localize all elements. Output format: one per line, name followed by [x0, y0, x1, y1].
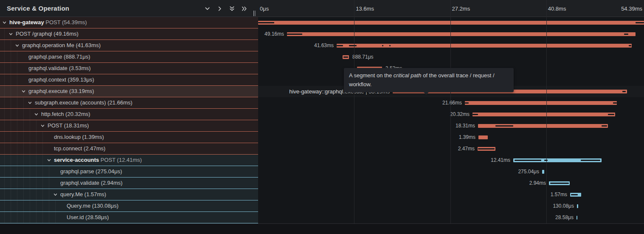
chevron-down-icon[interactable]: [15, 43, 20, 48]
chevron-down-icon[interactable]: [40, 124, 45, 128]
span-row[interactable]: tcp.connect (2.47ms)2.47ms: [0, 143, 644, 155]
tree-indent-guide: [30, 120, 30, 132]
tree-indent-guide: [4, 178, 5, 189]
span-row[interactable]: query.Me (1.57ms)1.57ms: [0, 189, 644, 200]
span-bar[interactable]: [337, 44, 632, 48]
chevron-down-icon[interactable]: [28, 101, 32, 105]
span-row[interactable]: subgraph.execute (accounts) (21.66ms)21.…: [0, 97, 644, 109]
span-bar[interactable]: [549, 181, 570, 185]
span-bar-cell[interactable]: 18.31ms: [258, 120, 644, 132]
span-bar-cell[interactable]: 2.47ms: [258, 143, 644, 155]
chevron-down-icon[interactable]: [204, 6, 211, 12]
span-bar[interactable]: [465, 101, 617, 105]
span-bar-cell[interactable]: 2.94ms: [258, 178, 644, 189]
collapse-controls: [204, 0, 247, 17]
tree-indent-guide: [17, 86, 17, 97]
span-bar[interactable]: [258, 21, 644, 25]
span-row[interactable]: graphql.operation Me (41.63ms)41.63ms: [0, 40, 644, 51]
span-row[interactable]: graphql.context (359.13μs)359.13μs: [0, 74, 644, 86]
span-tree-cell[interactable]: http.fetch (20.32ms): [0, 109, 258, 120]
span-row-label: Query.me (130.08μs): [67, 200, 118, 211]
span-bar-cell[interactable]: 41.63ms: [258, 40, 644, 51]
span-bar-cell[interactable]: 1.57ms: [258, 189, 644, 200]
tree-indent-guide: [49, 200, 49, 212]
span-tree-cell[interactable]: graphql.parse (888.71μs): [0, 51, 258, 63]
span-bar-cell[interactable]: 49.16ms: [258, 28, 644, 40]
span-tree-cell[interactable]: service-accounts POST (12.41ms): [0, 155, 258, 166]
span-row[interactable]: graphql.execute (33.19ms)hive-gateway::g…: [0, 86, 644, 97]
span-duration-label: 18.31ms: [456, 120, 475, 132]
span-row[interactable]: graphql.parse (888.71μs)888.71μs: [0, 51, 644, 63]
span-bar-cell[interactable]: 21.66ms: [258, 97, 644, 109]
tree-indent-guide: [23, 97, 24, 109]
tree-indent-guide: [23, 200, 24, 212]
span-bar[interactable]: [343, 55, 349, 59]
chevron-down-icon[interactable]: [2, 20, 7, 25]
span-row[interactable]: http.fetch (20.32ms)20.32ms: [0, 109, 644, 120]
critical-path-segment: [571, 194, 578, 195]
span-tree-cell[interactable]: graphql.operation Me (41.63ms): [0, 40, 258, 51]
span-row[interactable]: hive-gateway POST (54.39ms): [0, 17, 644, 28]
chevron-down-icon[interactable]: [21, 89, 26, 94]
span-row[interactable]: POST (18.31ms)18.31ms: [0, 120, 644, 132]
span-bar-cell[interactable]: 12.41ms: [258, 155, 644, 166]
span-bar[interactable]: [570, 193, 581, 197]
tree-indent-guide: [49, 178, 49, 189]
span-tree-cell[interactable]: hive-gateway POST (54.39ms): [0, 17, 258, 28]
tree-indent-guide: [30, 143, 30, 155]
span-bar-cell[interactable]: [258, 17, 644, 28]
span-duration-label: 1.39ms: [459, 132, 475, 143]
span-row[interactable]: graphql.parse (275.04μs)275.04μs: [0, 166, 644, 178]
span-tree-cell[interactable]: User.id (28.58μs): [0, 212, 258, 223]
span-row[interactable]: graphql.validate (2.94ms)2.94ms: [0, 178, 644, 189]
span-tree-cell[interactable]: dns.lookup (1.39ms): [0, 132, 258, 143]
span-bar-cell[interactable]: 275.04μs: [258, 166, 644, 178]
span-tree-cell[interactable]: Query.me (130.08μs): [0, 200, 258, 212]
critical-path-segment: [389, 45, 391, 46]
critical-path-segment: [602, 125, 607, 127]
chevron-right-icon[interactable]: [217, 6, 223, 12]
span-bar[interactable]: [472, 113, 615, 116]
span-bar[interactable]: [287, 32, 636, 36]
span-bar[interactable]: [577, 216, 577, 220]
span-bar[interactable]: [478, 124, 608, 128]
chevron-down-icon[interactable]: [53, 192, 58, 197]
span-tree-cell[interactable]: graphql.validate (3.53ms): [0, 63, 258, 74]
span-tree-cell[interactable]: tcp.connect (2.47ms): [0, 143, 258, 155]
chevron-down-icon[interactable]: [8, 32, 13, 37]
span-row-label: graphql.parse (275.04μs): [60, 166, 122, 177]
span-tree-cell[interactable]: graphql.context (359.13μs): [0, 74, 258, 86]
span-bar-cell[interactable]: 20.32ms: [258, 109, 644, 120]
chevron-down-icon[interactable]: [34, 112, 39, 117]
span-bar[interactable]: [478, 147, 495, 151]
double-chevron-down-icon[interactable]: [229, 6, 235, 12]
span-bar-cell[interactable]: 28.58μs: [258, 212, 644, 223]
span-tree-cell[interactable]: subgraph.execute (accounts) (21.66ms): [0, 97, 258, 109]
span-row[interactable]: dns.lookup (1.39ms)1.39ms: [0, 132, 644, 143]
span-tree-cell[interactable]: graphql.parse (275.04μs): [0, 166, 258, 178]
chevron-down-icon[interactable]: [47, 158, 51, 163]
span-bar[interactable]: [478, 135, 488, 139]
span-bar[interactable]: [577, 204, 578, 208]
span-tree-cell[interactable]: graphql.execute (33.19ms): [0, 86, 258, 97]
span-row[interactable]: User.id (28.58μs)28.58μs: [0, 212, 644, 223]
span-bar-cell[interactable]: 1.39ms: [258, 132, 644, 143]
span-tree-cell[interactable]: graphql.validate (2.94ms): [0, 178, 258, 189]
tree-indent-guide: [4, 28, 5, 40]
panel-resize-grip[interactable]: [253, 11, 256, 16]
span-row[interactable]: graphql.validate (3.53ms)3.53ms: [0, 63, 644, 74]
span-bar-cell[interactable]: 888.71μs: [258, 51, 644, 63]
span-bar[interactable]: [542, 170, 544, 174]
span-row[interactable]: POST /graphql (49.16ms)49.16ms: [0, 28, 644, 40]
span-tree-cell[interactable]: POST /graphql (49.16ms): [0, 28, 258, 40]
span-bar-cell[interactable]: 130.08μs: [258, 200, 644, 212]
span-tree-cell[interactable]: query.Me (1.57ms): [0, 189, 258, 200]
tree-indent-guide: [11, 200, 11, 212]
double-chevron-right-icon[interactable]: [241, 6, 247, 12]
span-bar[interactable]: [513, 158, 602, 162]
span-tree-cell[interactable]: POST (18.31ms): [0, 120, 258, 132]
gridline: [354, 0, 354, 223]
span-row[interactable]: Query.me (130.08μs)130.08μs: [0, 200, 644, 212]
tooltip-text: A segment on the: [349, 72, 394, 79]
span-row[interactable]: service-accounts POST (12.41ms)12.41ms: [0, 155, 644, 166]
